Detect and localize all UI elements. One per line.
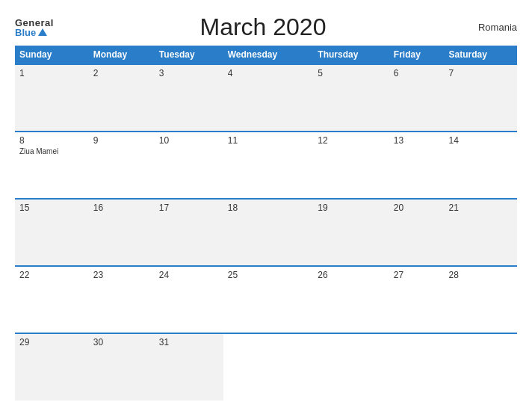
calendar-cell [313, 333, 389, 401]
day-number: 21 [449, 203, 513, 213]
day-number: 14 [449, 135, 513, 146]
calendar-cell: 6 [389, 64, 445, 132]
calendar-cell: 15 [15, 199, 89, 266]
calendar-cell [223, 333, 314, 401]
calendar-cell [389, 333, 445, 401]
logo-triangle-icon [38, 28, 47, 36]
calendar-cell: 18 [223, 199, 314, 266]
calendar-cell: 27 [389, 266, 445, 333]
calendar-cell: 9 [89, 132, 155, 199]
day-number: 23 [93, 270, 150, 280]
logo-blue-text: Blue [15, 28, 47, 37]
day-number: 2 [93, 68, 150, 78]
day-number: 20 [394, 203, 440, 213]
column-header-saturday: Saturday [445, 46, 517, 64]
column-header-tuesday: Tuesday [155, 46, 223, 64]
calendar-cell: 28 [445, 266, 517, 333]
day-number: 5 [318, 68, 384, 78]
column-header-monday: Monday [89, 46, 155, 64]
calendar-header-row: SundayMondayTuesdayWednesdayThursdayFrid… [15, 46, 517, 64]
calendar-cell: 30 [89, 333, 155, 401]
day-number: 4 [228, 68, 309, 78]
country-label: Romania [472, 22, 517, 33]
calendar-cell: 12 [313, 132, 389, 199]
day-number: 7 [449, 68, 513, 78]
calendar-cell: 17 [155, 199, 223, 266]
calendar-cell: 11 [223, 132, 314, 199]
calendar-cell: 14 [445, 132, 517, 199]
calendar-cell: 25 [223, 266, 314, 333]
calendar-cell: 31 [155, 333, 223, 401]
calendar-cell: 7 [445, 64, 517, 132]
calendar-table: SundayMondayTuesdayWednesdayThursdayFrid… [15, 46, 517, 401]
calendar-cell: 26 [313, 266, 389, 333]
calendar-cell: 10 [155, 132, 223, 199]
calendar-cell: 21 [445, 199, 517, 266]
day-number: 9 [93, 135, 150, 146]
calendar-header: General Blue March 2020 Romania [15, 13, 517, 41]
calendar-cell: 3 [155, 64, 223, 132]
day-number: 26 [318, 270, 384, 280]
column-header-thursday: Thursday [313, 46, 389, 64]
column-header-sunday: Sunday [15, 46, 89, 64]
day-number: 31 [159, 337, 219, 347]
calendar-cell: 24 [155, 266, 223, 333]
day-number: 13 [394, 135, 440, 146]
calendar-cell: 1 [15, 64, 89, 132]
day-number: 28 [449, 270, 513, 280]
calendar-cell: 22 [15, 266, 89, 333]
calendar-cell: 5 [313, 64, 389, 132]
calendar-week-row: 8Ziua Mamei91011121314 [15, 132, 517, 199]
calendar-cell: 23 [89, 266, 155, 333]
calendar-cell: 8Ziua Mamei [15, 132, 89, 199]
column-header-wednesday: Wednesday [223, 46, 314, 64]
day-number: 15 [19, 203, 84, 213]
logo-general-text: General [15, 18, 54, 28]
day-number: 18 [228, 203, 309, 213]
day-number: 30 [93, 337, 150, 347]
day-number: 3 [159, 68, 219, 78]
day-number: 6 [394, 68, 440, 78]
day-number: 19 [318, 203, 384, 213]
calendar-week-row: 15161718192021 [15, 199, 517, 266]
calendar-cell: 13 [389, 132, 445, 199]
calendar-week-row: 293031 [15, 333, 517, 401]
calendar-week-row: 22232425262728 [15, 266, 517, 333]
day-number: 22 [19, 270, 84, 280]
day-number: 24 [159, 270, 219, 280]
day-number: 27 [394, 270, 440, 280]
day-number: 25 [228, 270, 309, 280]
calendar-cell [445, 333, 517, 401]
calendar-cell: 4 [223, 64, 314, 132]
day-number: 8 [19, 135, 84, 146]
calendar-cell: 19 [313, 199, 389, 266]
day-number: 1 [19, 68, 84, 78]
calendar-cell: 29 [15, 333, 89, 401]
calendar-cell: 16 [89, 199, 155, 266]
calendar-week-row: 1234567 [15, 64, 517, 132]
day-number: 12 [318, 135, 384, 146]
logo: General Blue [15, 18, 54, 37]
day-number: 11 [228, 135, 309, 146]
event-label: Ziua Mamei [19, 147, 84, 155]
day-number: 17 [159, 203, 219, 213]
calendar-title: March 2020 [54, 13, 472, 41]
calendar-cell: 2 [89, 64, 155, 132]
column-header-friday: Friday [389, 46, 445, 64]
day-number: 16 [93, 203, 150, 213]
calendar-cell: 20 [389, 199, 445, 266]
day-number: 10 [159, 135, 219, 146]
day-number: 29 [19, 337, 84, 347]
